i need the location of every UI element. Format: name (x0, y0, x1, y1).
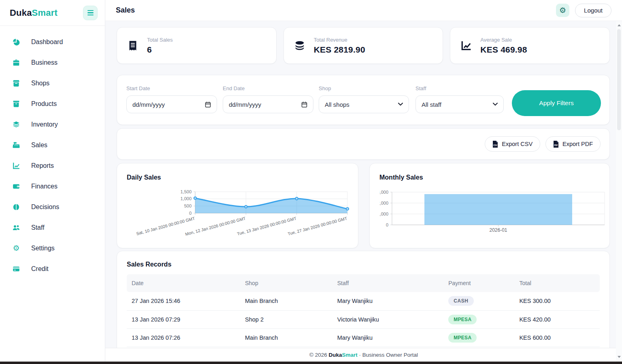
shop-select[interactable]: All shops (319, 95, 409, 113)
stat-label: Total Sales (147, 37, 173, 43)
shop-field: Shop All shops (319, 85, 409, 125)
column-header-total: Total (519, 274, 600, 292)
pie-chart-icon (12, 38, 20, 46)
table-row: 13 Jan 2026 07:29Shop 2Victoria WanjikuM… (127, 310, 600, 328)
scroll-up-arrow[interactable] (616, 23, 622, 28)
sidebar-item-business[interactable]: Business (0, 52, 105, 73)
hamburger-icon (87, 10, 94, 11)
sidebar-item-reports[interactable]: Reports (0, 155, 105, 176)
cell-payment: CASH (448, 292, 519, 310)
cell-total: KES 600.00 (519, 328, 600, 347)
gear-icon: ⚙ (559, 6, 566, 14)
app-logo: DukaSmart (10, 8, 58, 18)
staff-select[interactable]: All staff (415, 95, 504, 113)
briefcase-icon (12, 59, 20, 67)
sidebar-item-finances[interactable]: Finances (0, 176, 105, 197)
column-header-staff: Staff (337, 274, 448, 292)
scrollbar[interactable] (616, 21, 622, 362)
cell-total: KES 420.00 (519, 310, 600, 328)
payment-badge: CASH (448, 296, 473, 306)
layers-icon (12, 121, 20, 129)
sidebar-item-products[interactable]: Products (0, 93, 105, 114)
sidebar-item-decisions[interactable]: Decisions (0, 197, 105, 217)
daily-sales-title: Daily Sales (127, 174, 348, 181)
coins-icon (294, 40, 305, 51)
start-date-field: Start Date dd/mm/yyyy (126, 85, 217, 125)
footer: © 2026 DukaSmart · Business Owner Portal (105, 348, 622, 362)
svg-text:2,000: 2,000 (379, 201, 388, 205)
sidebar-item-dashboard[interactable]: Dashboard (0, 32, 105, 52)
file-csv-icon: CSV (492, 141, 498, 148)
export-csv-label: Export CSV (502, 141, 533, 147)
monthly-sales-card: Monthly Sales 01,0002,0003,0002026-01 (369, 163, 610, 248)
file-pdf-icon: PDF (553, 141, 559, 148)
calendar-icon (205, 102, 211, 108)
column-header-date: Date (127, 274, 245, 292)
scroll-down-arrow[interactable] (616, 354, 622, 360)
table-header-row: DateShopStaffPaymentTotal (127, 274, 600, 292)
settings-button[interactable]: ⚙ (556, 4, 569, 17)
stat-label: Average Sale (480, 37, 527, 43)
page-title: Sales (116, 6, 135, 15)
monthly-sales-title: Monthly Sales (379, 174, 600, 181)
main-area: Sales ⚙ Logout Total Sales6Total Revenue… (105, 0, 622, 362)
logo-text-primary: Duka (10, 8, 32, 18)
end-date-field: End Date dd/mm/yyyy (223, 85, 313, 125)
cell-staff: Mary Wanjiku (337, 328, 448, 347)
monthly-sales-chart: 01,0002,0003,0002026-01 (379, 184, 605, 235)
svg-text:1,000: 1,000 (379, 212, 388, 216)
stat-value: KES 2819.90 (314, 45, 365, 55)
credit-card-icon (12, 265, 20, 273)
shop-label: Shop (319, 85, 409, 91)
topbar: Sales ⚙ Logout (105, 0, 622, 21)
storefront-icon (12, 79, 20, 87)
stat-card-average-sale: Average SaleKES 469.98 (450, 27, 610, 64)
sales-table-body: 27 Jan 2026 15:46Main BranchMary Wanjiku… (127, 292, 600, 347)
filters-panel: Start Date dd/mm/yyyy End Date dd/mm/yyy… (117, 75, 610, 125)
sidebar-item-staff[interactable]: Staff (0, 217, 105, 238)
start-date-input[interactable]: dd/mm/yyyy (126, 95, 217, 113)
logout-button[interactable]: Logout (575, 4, 611, 17)
stat-label: Total Revenue (314, 37, 365, 43)
footer-portal-label: · Business Owner Portal (358, 352, 418, 358)
apply-filters-button[interactable]: Apply Filters (512, 90, 601, 116)
users-icon (12, 224, 20, 232)
cash-register-icon (12, 141, 20, 149)
sales-records-card: Sales Records DateShopStaffPaymentTotal … (117, 251, 610, 348)
cell-shop: Shop 2 (245, 310, 337, 328)
content-area: Total Sales6Total RevenueKES 2819.90Aver… (105, 21, 622, 348)
brain-icon (12, 203, 20, 211)
stat-card-total-sales: Total Sales6 (117, 27, 277, 64)
cell-staff: Victoria Wanjiku (337, 310, 448, 328)
sidebar-toggle-button[interactable] (83, 6, 98, 20)
cell-total: KES 300.00 (519, 292, 600, 310)
table-row: 27 Jan 2026 15:46Main BranchMary Wanjiku… (127, 292, 600, 310)
export-csv-button[interactable]: CSV Export CSV (485, 136, 540, 152)
sidebar-item-settings[interactable]: ⚙Settings (0, 238, 105, 258)
footer-brand-secondary: Smart (342, 352, 357, 358)
sidebar-item-inventory[interactable]: Inventory (0, 114, 105, 135)
svg-text:2026-01: 2026-01 (489, 227, 507, 233)
cell-shop: Main Branch (245, 328, 337, 347)
sales-records-title: Sales Records (127, 261, 600, 268)
chevron-down-icon (398, 103, 403, 106)
sidebar-item-credit[interactable]: Credit (0, 258, 105, 279)
end-date-input[interactable]: dd/mm/yyyy (223, 95, 313, 113)
footer-copyright: © 2026 (309, 352, 328, 358)
footer-brand-primary: Duka (328, 352, 342, 358)
chart-line-icon (461, 40, 471, 51)
sidebar: DukaSmart DashboardBusinessShopsProducts… (0, 0, 105, 362)
sales-records-table: DateShopStaffPaymentTotal 27 Jan 2026 15… (127, 274, 600, 347)
sidebar-item-sales[interactable]: Sales (0, 135, 105, 155)
export-pdf-label: Export PDF (562, 141, 593, 147)
charts-row: Daily Sales 05001,0001,500Sat, 10 Jan 20… (117, 163, 610, 248)
svg-text:0: 0 (189, 211, 192, 216)
staff-label: Staff (415, 85, 504, 91)
scrollbar-thumb[interactable] (617, 29, 621, 130)
sidebar-item-shops[interactable]: Shops (0, 73, 105, 93)
staff-select-value: All staff (422, 101, 441, 108)
export-pdf-button[interactable]: PDF Export PDF (545, 136, 601, 152)
topbar-actions: ⚙ Logout (556, 4, 611, 17)
payment-badge: MPESA (448, 315, 477, 324)
staff-field: Staff All staff (415, 85, 504, 125)
